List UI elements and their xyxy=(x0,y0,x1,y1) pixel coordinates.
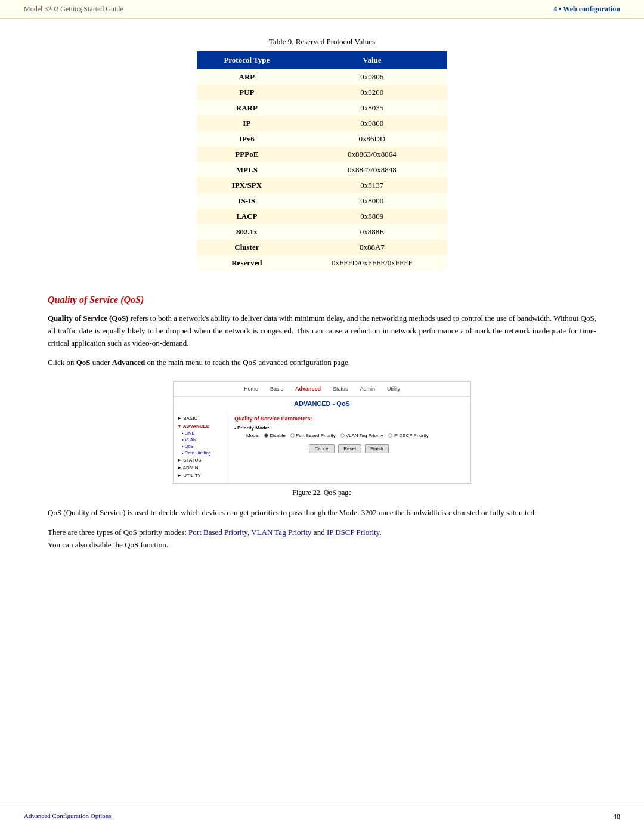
mini-nav-basic: Basic xyxy=(264,384,289,394)
cell-value: 0x88A7 xyxy=(297,240,447,255)
link-vlan-tag[interactable]: VLAN Tag Priority xyxy=(251,528,311,537)
mini-radio-disable: Disable xyxy=(264,433,286,438)
cell-value: 0x0806 xyxy=(297,69,447,85)
mini-page-title: ADVANCED - QoS xyxy=(174,397,470,411)
figure-caption: Figure 22. QoS page xyxy=(292,488,351,497)
cell-value: 0xFFFD/0xFFFE/0xFFFF xyxy=(297,255,447,271)
page-footer: Advanced Configuration Options 48 xyxy=(0,806,644,821)
mini-radio-disable-circle xyxy=(264,433,268,438)
mini-sidebar-status: ► STATUS xyxy=(177,456,223,464)
header-left-text: Model 3202 Getting Started Guide xyxy=(24,5,123,14)
mini-radio-port-label: Port Based Priority xyxy=(296,433,336,438)
cell-protocol: IPv6 xyxy=(197,131,297,147)
table-row: IS-IS0x8000 xyxy=(197,193,447,209)
table-row: 802.1x0x888E xyxy=(197,224,447,240)
mini-mode-label: Mode: xyxy=(246,433,259,438)
cell-protocol: IS-IS xyxy=(197,193,297,209)
cell-protocol: LACP xyxy=(197,209,297,224)
mini-radio-dscp-label: IP DSCP Priority xyxy=(394,433,429,438)
page-header: Model 3202 Getting Started Guide 4 • Web… xyxy=(0,0,644,19)
cell-value: 0x0200 xyxy=(297,85,447,100)
table-row: Cluster0x88A7 xyxy=(197,240,447,255)
mini-radio-vlan: VLAN Tag Priority xyxy=(340,433,383,438)
mini-nav-admin: Admin xyxy=(354,384,382,394)
cell-protocol: IPX/SPX xyxy=(197,178,297,193)
mini-qos-section-title: Quality of Service Parameters: xyxy=(234,416,463,422)
mini-reset-btn: Reset xyxy=(338,444,361,453)
cell-protocol: Reserved xyxy=(197,255,297,271)
table-row: PPPoE0x8863/0x8864 xyxy=(197,147,447,162)
footer-page-number: 48 xyxy=(613,812,620,821)
mini-ui-screenshot: Home Basic Advanced Status Admin Utility… xyxy=(173,381,471,484)
qos-para2: Click on QoS under Advanced on the main … xyxy=(48,357,596,369)
table-row: IPv60x86DD xyxy=(197,131,447,147)
mini-sidebar-basic: ► BASIC xyxy=(177,414,223,422)
mini-radio-dscp-circle xyxy=(388,433,392,438)
mini-sidebar-admin: ► ADMIN xyxy=(177,464,223,472)
mini-content-area: ► BASIC ▼ ADVANCED • LINE • VLAN • QoS •… xyxy=(174,411,470,483)
qos-para1: Quality of Service (QoS) refers to both … xyxy=(48,312,596,349)
mini-sidebar-line: • LINE xyxy=(177,430,223,436)
protocol-table: Protocol Type Value ARP0x0806PUP0x0200RA… xyxy=(197,51,447,271)
mini-radio-dscp: IP DSCP Priority xyxy=(388,433,429,438)
table-row: LACP0x8809 xyxy=(197,209,447,224)
mini-nav-home: Home xyxy=(238,384,264,394)
cell-value: 0x8000 xyxy=(297,193,447,209)
mini-radio-disable-label: Disable xyxy=(270,433,286,438)
cell-protocol: MPLS xyxy=(197,162,297,178)
table-row: PUP0x0200 xyxy=(197,85,447,100)
col-value: Value xyxy=(297,51,447,69)
cell-protocol: PPPoE xyxy=(197,147,297,162)
col-protocol-type: Protocol Type xyxy=(197,51,297,69)
mini-sidebar-utility: ► UTILITY xyxy=(177,472,223,479)
cell-value: 0x8137 xyxy=(297,178,447,193)
cell-protocol: Cluster xyxy=(197,240,297,255)
mini-sidebar-rate-limiting: • Rate Limiting xyxy=(177,450,223,456)
cell-protocol: RARP xyxy=(197,100,297,116)
cell-value: 0x0800 xyxy=(297,116,447,131)
qos-para4: There are three types of QoS priority mo… xyxy=(48,527,596,552)
mini-main-panel: Quality of Service Parameters: • Priorit… xyxy=(227,411,470,483)
mini-nav-status: Status xyxy=(327,384,354,394)
cell-protocol: PUP xyxy=(197,85,297,100)
cell-value: 0x86DD xyxy=(297,131,447,147)
table-row: IPX/SPX0x8137 xyxy=(197,178,447,193)
mini-radio-vlan-circle xyxy=(340,433,345,438)
cell-value: 0x8863/0x8864 xyxy=(297,147,447,162)
cell-value: 0x8809 xyxy=(297,209,447,224)
mini-radio-vlan-label: VLAN Tag Priority xyxy=(346,433,383,438)
table-row: IP0x0800 xyxy=(197,116,447,131)
mini-sidebar-qos: • QoS xyxy=(177,443,223,450)
cell-value: 0x8847/0x8848 xyxy=(297,162,447,178)
header-right-text: 4 • Web configuration xyxy=(553,5,620,14)
figure-container: Home Basic Advanced Status Admin Utility… xyxy=(48,381,596,497)
link-ip-dscp[interactable]: IP DSCP Priority xyxy=(327,528,380,537)
mini-cancel-btn: Cancel xyxy=(309,444,335,453)
table-header-row: Protocol Type Value xyxy=(197,51,447,69)
cell-protocol: IP xyxy=(197,116,297,131)
mini-radio-port: Port Based Priority xyxy=(290,433,336,438)
mini-buttons-row: Cancel Reset Finish xyxy=(234,444,463,453)
link-port-based[interactable]: Port Based Priority xyxy=(188,528,247,537)
table-row: RARP0x8035 xyxy=(197,100,447,116)
mini-sidebar: ► BASIC ▼ ADVANCED • LINE • VLAN • QoS •… xyxy=(174,411,227,483)
table-row: ARP0x0806 xyxy=(197,69,447,85)
mini-priority-mode-label: • Priority Mode: xyxy=(234,425,270,431)
qos-para3: QoS (Quality of Service) is used to deci… xyxy=(48,507,596,519)
mini-finish-btn: Finish xyxy=(365,444,388,453)
cell-protocol: ARP xyxy=(197,69,297,85)
mini-radio-port-circle xyxy=(290,433,295,438)
qos-section-heading: Quality of Service (QoS) xyxy=(48,295,596,305)
table-row: MPLS0x8847/0x8848 xyxy=(197,162,447,178)
table-caption: Table 9. Reserved Protocol Values xyxy=(48,37,596,47)
mini-priority-mode-row: • Priority Mode: xyxy=(234,425,463,431)
mini-radio-group: Mode: Disable Port Based Priority VLAN T… xyxy=(246,433,463,438)
cell-value: 0x888E xyxy=(297,224,447,240)
cell-protocol: 802.1x xyxy=(197,224,297,240)
mini-sidebar-advanced: ▼ ADVANCED xyxy=(177,422,223,430)
table-row: Reserved0xFFFD/0xFFFE/0xFFFF xyxy=(197,255,447,271)
mini-nav-advanced: Advanced xyxy=(289,384,327,394)
mini-nav-utility: Utility xyxy=(381,384,406,394)
footer-left-text: Advanced Configuration Options xyxy=(24,812,112,821)
mini-nav: Home Basic Advanced Status Admin Utility xyxy=(174,382,470,397)
